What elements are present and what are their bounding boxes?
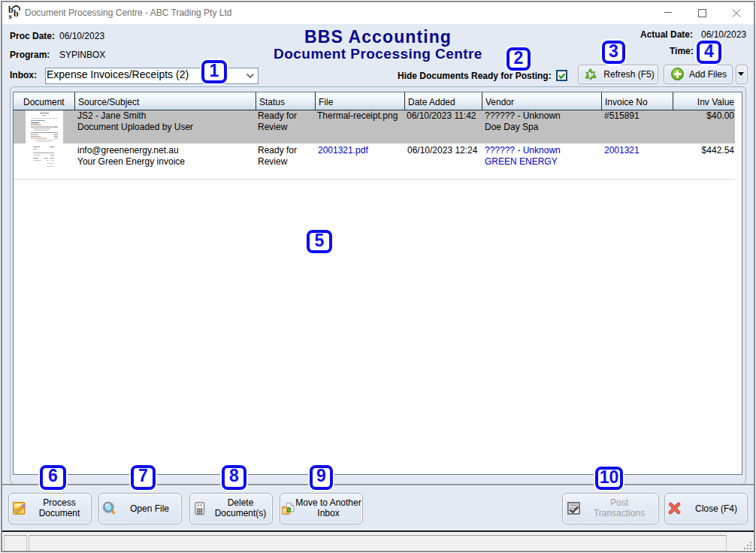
svg-text:b: b xyxy=(14,8,19,19)
svg-text:s: s xyxy=(9,11,13,19)
